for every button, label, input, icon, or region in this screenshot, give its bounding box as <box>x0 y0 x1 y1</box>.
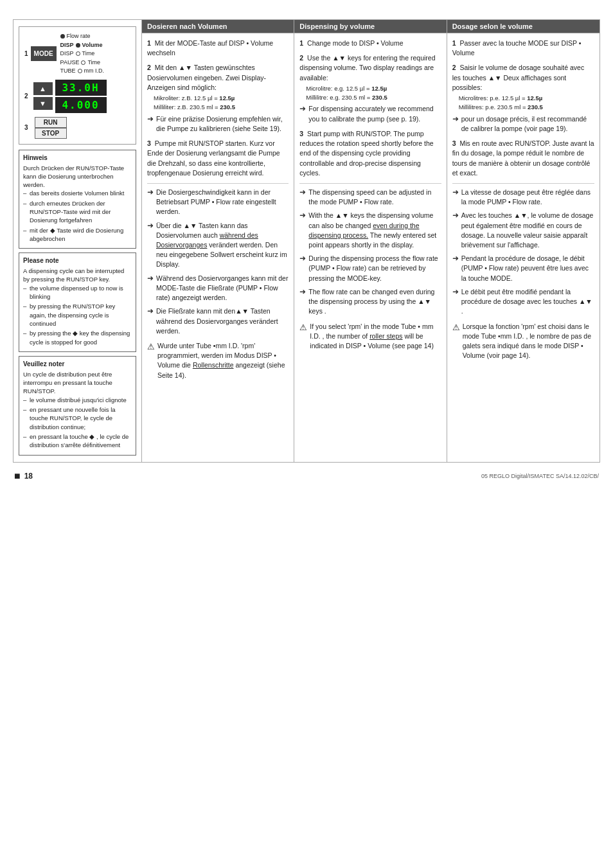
german-step-1-text: Mit der MODE-Taste auf DISP • Volume wec… <box>147 39 273 57</box>
arrow-icon-fr-2: ➜ <box>452 114 459 125</box>
hinweis-box: Hinweis Durch Drücken der RUN/STOP-Taste… <box>19 150 136 249</box>
english-arrow-2: ➜ With the ▲▼ keys the dispensing volume… <box>299 211 441 250</box>
english-step-2-note-text: For dispensing accurately we recommend y… <box>308 104 441 123</box>
german-arrow-3: ➜ Während des Dosiervorganges kann mit d… <box>147 274 289 303</box>
german-arrow-2: ➜ Über die ▲▼ Tasten kann das Dosiervolu… <box>147 221 289 270</box>
english-step-2-text: Use the ▲▼ keys for entering the require… <box>299 54 435 81</box>
please-note-list: the volume dispensed up to now is blinki… <box>23 284 132 346</box>
hinweis-item-2: durch erneutes Drücken der RUN/STOP-Tast… <box>23 199 132 225</box>
english-step-1-num: 1 <box>299 39 303 47</box>
warn-icon-fr: ⚠ <box>452 322 460 334</box>
arrow-icon-en-6: ➜ <box>299 287 306 297</box>
german-arrow-2-text: Über die ▲▼ Tasten kann das Dosiervolume… <box>156 221 289 270</box>
french-step-2-num: 2 <box>452 64 456 71</box>
arrow-icon-fr-3: ➜ <box>452 187 459 198</box>
french-step-2: 2 Saisir le volume de dosage souhaité av… <box>452 63 594 134</box>
veuillez-noter-item-3: en pressant la touche ◆ , le cycle de di… <box>23 432 132 450</box>
french-warning: ⚠ Lorsque la fonction 'rpm' est choisi d… <box>452 322 594 361</box>
english-arrow-3: ➜ During the dispensing process the flow… <box>299 254 441 283</box>
french-step-3-num: 3 <box>452 139 456 147</box>
english-step-1: 1 Change mode to DISP • Volume <box>299 39 441 48</box>
hinweis-item-3: mit der ◆ Taste wird die Dosierung abgeb… <box>23 226 132 244</box>
english-step-3-num: 3 <box>299 130 303 137</box>
mode-labels: Flow rate DISP Volume DISP Time PAUSE Ti… <box>60 32 105 76</box>
down-arrow-button[interactable]: ▼ <box>33 97 53 110</box>
please-note-item-1: the volume dispensed up to now is blinki… <box>23 284 132 301</box>
hinweis-list: das bereits dosierte Volumen blinkt durc… <box>23 189 132 243</box>
main-grid: 1 MODE Flow rate DISP Volume DISP Time P… <box>13 19 600 463</box>
hinweis-item-1: das bereits dosierte Volumen blinkt <box>23 189 132 197</box>
arrow-buttons: ▲ ▼ <box>33 82 53 111</box>
english-arrow-3-text: During the dispensing process the flow r… <box>308 254 441 283</box>
stop-button[interactable]: STOP <box>35 128 67 139</box>
tube-label: TUBE <box>60 67 76 76</box>
german-step-2-num: 2 <box>147 64 151 71</box>
mode-button[interactable]: MODE <box>31 46 57 61</box>
hinweis-title: Hinweis <box>23 154 132 161</box>
french-arrow-2-text: Avec les touches ▲▼, le volume de dosage… <box>461 211 594 250</box>
mm-id-label: mm I.D. <box>84 67 105 76</box>
german-arrow-3-text: Während des Dosiervorganges kann mit der… <box>156 274 289 303</box>
arrow-icon-de-2: ➜ <box>147 114 154 125</box>
english-step-3-text: Start pump with RUN/STOP. The pump reduc… <box>299 130 433 177</box>
veuillez-noter-body-text: Un cycle de distribution peut être inter… <box>23 370 132 396</box>
please-note-item-2: by pressing the RUN/STOP key again, the … <box>23 302 132 328</box>
arrow-icon-fr-6: ➜ <box>452 287 459 297</box>
german-step-3-text: Pumpe mit RUN/STOP starten. Kurz vor End… <box>147 139 280 177</box>
french-step-3-text: Mis en route avec RUN/STOP. Juste avant … <box>452 139 594 177</box>
time-label2: Time <box>87 58 100 67</box>
english-arrow-4: ➜ The flow rate can be changed even duri… <box>299 287 441 317</box>
german-column: Dosieren nach Volumen 1 Mit der MODE-Tas… <box>142 20 294 462</box>
german-step-2: 2 Mit den ▲▼ Tasten gewünschtes Dosiervo… <box>147 63 289 134</box>
french-step-1: 1 Passer avec la touche MODE sur DISP • … <box>452 39 594 58</box>
disp-label1: DISP <box>60 41 74 50</box>
device-diagram: 1 MODE Flow rate DISP Volume DISP Time P… <box>19 26 136 145</box>
arrow-icon-de-6: ➜ <box>147 306 154 317</box>
arrow-icon-en-2: ➜ <box>299 103 306 114</box>
german-body: 1 Mit der MODE-Taste auf DISP • Volume w… <box>142 33 294 389</box>
page-number: 18 <box>24 472 33 481</box>
french-arrow-4-text: Le débit peut être modifié pendant la pr… <box>461 287 594 317</box>
page: 1 MODE Flow rate DISP Volume DISP Time P… <box>0 0 613 868</box>
arrow-icon-fr-5: ➜ <box>452 253 459 264</box>
warn-icon-de: ⚠ <box>147 341 155 353</box>
english-step-2-note: ➜ For dispensing accurately we recommend… <box>299 104 441 123</box>
french-header: Dosage selon le volume <box>447 20 600 33</box>
displays: 33.0H 4.000 <box>55 80 107 113</box>
german-micro-table: Mikroliter: z.B. 12.5 µl = 12.5µ Millili… <box>154 94 289 112</box>
french-micro-table: Microlitres: p.e. 12.5 µl = 12.5µ Millil… <box>459 94 594 112</box>
device-row-3: 3 RUN STOP <box>24 117 130 139</box>
please-note-body: A dispensing cycle can be interrupted by… <box>23 267 132 346</box>
please-note-body-text: A dispensing cycle can be interrupted by… <box>23 267 132 284</box>
arrow-icon-de-5: ➜ <box>147 273 154 284</box>
veuillez-noter-item-2: en pressant une nouvelle fois la touche … <box>23 405 132 431</box>
arrow-icon-fr-4: ➜ <box>452 210 459 221</box>
page-number-area: ■ 18 <box>14 470 33 482</box>
row-label-1: 1 <box>24 50 28 57</box>
up-arrow-button[interactable]: ▲ <box>33 82 53 95</box>
english-step-3: 3 Start pump with RUN/STOP. The pump red… <box>299 129 441 178</box>
row-label-3: 3 <box>24 124 28 131</box>
english-arrow-1: ➜ The dispensing speed can be adjusted i… <box>299 188 441 207</box>
hinweis-body-text: Durch Drücken der RUN/STOP-Taste kann di… <box>23 164 132 190</box>
english-arrow-4-text: The flow rate can be changed even during… <box>308 287 441 317</box>
english-header: Dispensing by volume <box>294 20 446 33</box>
french-divider-1 <box>452 183 594 184</box>
pump-dot <box>60 34 65 39</box>
display-top: 33.0H <box>55 80 107 96</box>
please-note-box: Please note A dispensing cycle can be in… <box>19 252 136 352</box>
device-row-1: 1 MODE Flow rate DISP Volume DISP Time P… <box>24 32 130 76</box>
english-step-2: 2 Use the ▲▼ keys for entering the requi… <box>299 53 441 124</box>
run-button[interactable]: RUN <box>35 117 67 128</box>
french-step-1-text: Passer avec la touche MODE sur DISP • Vo… <box>452 39 582 57</box>
left-panel: 1 MODE Flow rate DISP Volume DISP Time P… <box>13 20 142 462</box>
warn-icon-en: ⚠ <box>299 322 307 334</box>
english-warning: ⚠ If you select 'rpm' in the mode Tube •… <box>299 322 441 351</box>
french-arrow-1-text: La vitesse de dosage peut être réglée da… <box>461 188 594 207</box>
english-column: Dispensing by volume 1 Change mode to DI… <box>294 20 447 462</box>
french-step-1-num: 1 <box>452 39 456 47</box>
german-warning-text: Wurde unter Tube •mm I.D. 'rpm' programm… <box>157 341 289 380</box>
please-note-title: Please note <box>23 257 132 264</box>
english-step-1-text: Change mode to DISP • Volume <box>307 39 403 47</box>
arrow-icon-de-4: ➜ <box>147 220 154 231</box>
